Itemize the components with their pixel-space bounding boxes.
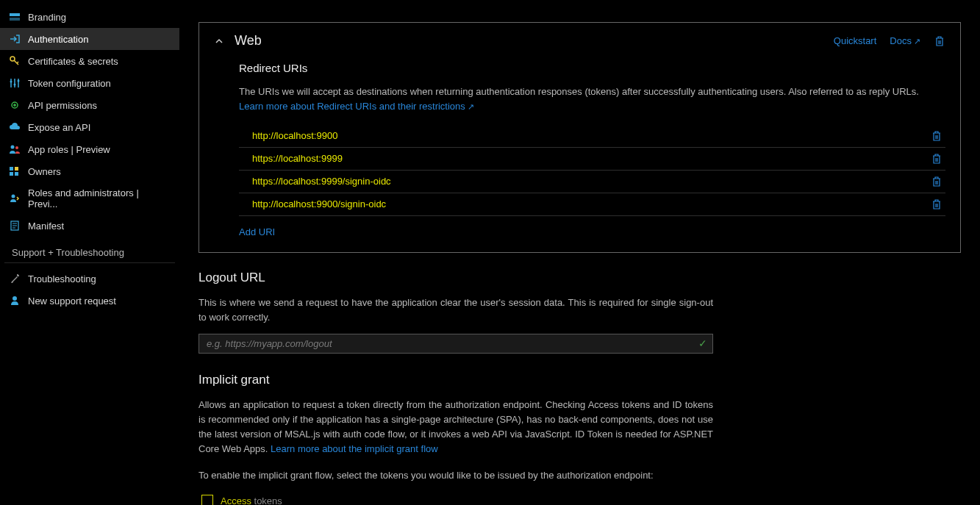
svg-point-8 bbox=[15, 146, 18, 149]
implicit-grant-section: Implicit grant Allows an application to … bbox=[198, 373, 961, 505]
sidebar-item-label: App roles | Preview bbox=[28, 144, 110, 155]
redirect-uri-row: https://localhost:9999/signin-oidc bbox=[239, 171, 945, 193]
sidebar-item-certificates[interactable]: Certificates & secrets bbox=[0, 50, 179, 72]
svg-rect-11 bbox=[15, 167, 18, 171]
svg-rect-0 bbox=[10, 13, 20, 16]
sidebar-item-api-permissions[interactable]: API permissions bbox=[0, 94, 179, 116]
implicit-grant-heading: Implicit grant bbox=[198, 373, 961, 387]
svg-point-3 bbox=[10, 81, 12, 83]
sidebar-item-label: API permissions bbox=[28, 100, 97, 111]
collapse-toggle[interactable] bbox=[214, 36, 224, 46]
panel-header: Web Quickstart Docs bbox=[214, 33, 945, 49]
access-tokens-label: Access tokens bbox=[221, 495, 282, 505]
sidebar-item-label: Troubleshooting bbox=[28, 273, 96, 284]
implicit-learn-more-link[interactable]: Learn more about the implicit grant flow bbox=[271, 443, 438, 454]
web-platform-panel: Web Quickstart Docs Redirect URIs The UR… bbox=[198, 22, 961, 253]
redirect-uri-row: http://localhost:9900/signin-oidc bbox=[239, 193, 945, 216]
redirect-uri-value[interactable]: http://localhost:9900 bbox=[252, 130, 337, 141]
implicit-enable-description: To enable the implicit grant flow, selec… bbox=[198, 468, 713, 483]
roles-icon bbox=[9, 193, 21, 204]
sidebar-item-label: Token configuration bbox=[28, 78, 111, 89]
input-valid-icon: ✓ bbox=[698, 337, 707, 349]
main-content: Web Quickstart Docs Redirect URIs The UR… bbox=[179, 0, 980, 505]
implicit-grant-description: Allows an application to request a token… bbox=[198, 398, 713, 457]
svg-point-7 bbox=[11, 146, 15, 149]
svg-point-4 bbox=[14, 84, 16, 86]
logout-url-description: This is where we send a request to have … bbox=[198, 296, 713, 325]
sidebar-item-token-config[interactable]: Token configuration bbox=[0, 72, 179, 94]
redirect-uri-value[interactable]: https://localhost:9999 bbox=[252, 153, 343, 164]
svg-rect-10 bbox=[10, 172, 13, 176]
sidebar-item-manifest[interactable]: Manifest bbox=[0, 215, 179, 237]
redirect-uri-value[interactable]: http://localhost:9900/signin-oidc bbox=[252, 198, 386, 209]
sidebar-item-app-roles[interactable]: App roles | Preview bbox=[0, 138, 179, 160]
sidebar-item-label: New support request bbox=[28, 296, 116, 307]
api-permissions-icon bbox=[9, 99, 21, 111]
redirect-uri-list: http://localhost:9900 https://localhost:… bbox=[239, 125, 945, 216]
sidebar-item-troubleshooting[interactable]: Troubleshooting bbox=[0, 268, 179, 290]
sidebar-item-label: Branding bbox=[28, 12, 66, 23]
svg-point-15 bbox=[12, 296, 17, 301]
delete-uri-button[interactable] bbox=[931, 153, 943, 165]
people-icon bbox=[9, 143, 21, 155]
sliders-icon bbox=[9, 77, 21, 89]
redirect-uri-value[interactable]: https://localhost:9999/signin-oidc bbox=[252, 176, 391, 187]
person-icon bbox=[9, 295, 21, 307]
sidebar-item-expose-api[interactable]: Expose an API bbox=[0, 116, 179, 138]
delete-uri-button[interactable] bbox=[931, 130, 943, 142]
sidebar-item-branding[interactable]: Branding bbox=[0, 6, 179, 28]
sidebar-item-label: Certificates & secrets bbox=[28, 56, 118, 67]
sidebar-item-label: Roles and administrators | Previ... bbox=[28, 187, 171, 209]
manifest-icon bbox=[9, 220, 21, 232]
delete-platform-button[interactable] bbox=[934, 35, 945, 47]
logout-url-heading: Logout URL bbox=[198, 271, 961, 285]
sidebar-item-label: Expose an API bbox=[28, 122, 90, 133]
delete-uri-button[interactable] bbox=[931, 198, 943, 210]
sidebar-section-support: Support + Troubleshooting bbox=[4, 237, 175, 263]
quickstart-link[interactable]: Quickstart bbox=[834, 35, 877, 46]
owners-icon bbox=[9, 165, 21, 177]
redirect-uris-heading: Redirect URIs bbox=[239, 62, 945, 74]
sidebar-item-label: Manifest bbox=[28, 221, 64, 232]
sidebar-item-roles-admins[interactable]: Roles and administrators | Previ... bbox=[0, 182, 179, 215]
svg-rect-1 bbox=[10, 18, 20, 21]
access-tokens-checkbox[interactable] bbox=[201, 495, 213, 505]
redirect-uris-description: The URIs we will accept as destinations … bbox=[239, 85, 930, 99]
svg-rect-9 bbox=[10, 167, 13, 171]
redirect-uri-row: https://localhost:9999 bbox=[239, 148, 945, 171]
svg-point-5 bbox=[18, 80, 20, 82]
sidebar-item-new-support[interactable]: New support request bbox=[0, 290, 179, 312]
wrench-icon bbox=[9, 273, 21, 284]
svg-point-13 bbox=[12, 195, 15, 198]
sidebar-item-label: Owners bbox=[28, 166, 61, 177]
redirect-learn-more-link[interactable]: Learn more about Redirect URIs and their… bbox=[239, 101, 474, 112]
sidebar-item-authentication[interactable]: Authentication bbox=[0, 28, 179, 50]
add-uri-button[interactable]: Add URI bbox=[239, 226, 275, 237]
sidebar-item-owners[interactable]: Owners bbox=[0, 160, 179, 182]
branding-icon bbox=[9, 11, 21, 23]
delete-uri-button[interactable] bbox=[931, 176, 943, 187]
docs-link[interactable]: Docs bbox=[890, 35, 920, 46]
key-icon bbox=[9, 55, 21, 67]
panel-title: Web bbox=[235, 33, 262, 49]
logout-url-input[interactable] bbox=[198, 334, 713, 354]
cloud-icon bbox=[9, 121, 21, 133]
logout-url-section: Logout URL This is where we send a reque… bbox=[198, 271, 961, 354]
access-tokens-checkbox-row[interactable]: Access tokens bbox=[201, 495, 282, 505]
sidebar: Branding Authentication Certificates & s… bbox=[0, 0, 179, 505]
redirect-uri-row: http://localhost:9900 bbox=[239, 125, 945, 148]
authentication-icon bbox=[9, 33, 21, 45]
svg-rect-12 bbox=[15, 172, 18, 176]
sidebar-item-label: Authentication bbox=[28, 34, 88, 45]
